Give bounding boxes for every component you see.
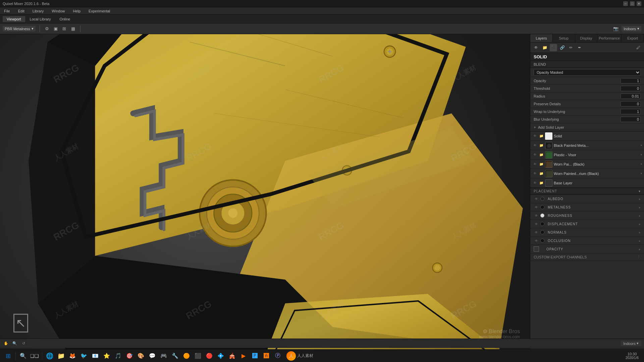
custom-export-add-icon[interactable]: ⋮ xyxy=(637,255,641,259)
channel-eye-albedo[interactable]: 👁 xyxy=(534,196,539,201)
taskbar-app-18[interactable]: ▶ xyxy=(238,351,249,361)
channel-roughness[interactable]: 👁 ROUGHNESS ▸ xyxy=(530,212,644,220)
tab-layers[interactable]: Layers xyxy=(530,34,553,42)
taskbar-taskview-icon[interactable]: ❑❑ xyxy=(29,351,40,361)
view-grid2-icon[interactable]: ▣ xyxy=(53,26,59,32)
taskbar-app-1[interactable]: 🌐 xyxy=(44,351,55,361)
opacity-masked-row[interactable]: Opacity Masked Normal Multiply xyxy=(530,68,644,77)
layer-visibility-worn-painted[interactable]: 👁 xyxy=(532,171,538,176)
preserve-details-input[interactable] xyxy=(621,101,641,107)
view-grid4-icon[interactable]: ▦ xyxy=(70,26,76,32)
tab-local-library[interactable]: Local Library xyxy=(26,16,55,22)
layer-paint-icon[interactable]: ✏ xyxy=(567,44,575,51)
opacity-input[interactable] xyxy=(621,78,641,83)
menu-help[interactable]: Help xyxy=(71,8,82,14)
taskbar-logo-circle[interactable]: 人 xyxy=(286,351,296,361)
channel-eye-occlusion[interactable]: 👁 xyxy=(534,238,539,243)
wrap-underlying-input[interactable] xyxy=(621,109,641,114)
layer-expand-black-painted[interactable]: ▾ xyxy=(641,144,642,147)
layer-visibility-base[interactable]: 👁 xyxy=(532,180,538,186)
tab-display[interactable]: Display xyxy=(575,34,598,42)
threshold-input[interactable] xyxy=(621,86,641,91)
layer-folder-icon[interactable]: 📁 xyxy=(541,44,548,51)
taskbar-app-17[interactable]: 🎪 xyxy=(227,351,237,361)
layer-folder-black-painted[interactable]: 📁 xyxy=(539,143,544,148)
viewport[interactable]: RRCG 人人素材 RRCG 人人素材 人人素材 RRCG 人人素材 RRCG … xyxy=(0,34,530,349)
channel-eye-metalness[interactable]: 👁 xyxy=(534,204,539,210)
menu-edit[interactable]: Edit xyxy=(17,8,26,14)
channel-displacement[interactable]: 👁 DISPLACEMENT ▸ xyxy=(530,220,644,228)
layer-folder-worn-painted[interactable]: 📁 xyxy=(539,171,544,176)
menu-library[interactable]: Library xyxy=(31,8,45,14)
layer-expand-worn-pai[interactable]: ▾ xyxy=(641,163,642,166)
vb-rotate-icon[interactable]: ↺ xyxy=(20,340,27,347)
taskbar-app-15[interactable]: 🔴 xyxy=(204,351,215,361)
taskbar-app-12[interactable]: 🔧 xyxy=(170,351,180,361)
vb-zoom-icon[interactable]: 🔍 xyxy=(11,340,18,347)
menu-file[interactable]: File xyxy=(3,8,11,14)
layer-pencil-icon[interactable]: ✒ xyxy=(576,44,583,51)
placement-section[interactable]: PLACEMENT ▾ xyxy=(530,188,644,195)
taskbar-app-6[interactable]: ⭐ xyxy=(101,351,112,361)
view-grid3-icon[interactable]: ⊞ xyxy=(61,26,67,32)
lighting-dropdown[interactable]: Indoors ▾ xyxy=(622,26,641,32)
layer-item-black-painted[interactable]: 👁 📁 Black Painted Meta... ▾ xyxy=(530,141,644,150)
opacity-masked-select[interactable]: Opacity Masked Normal Multiply xyxy=(534,69,641,76)
layer-item-solid[interactable]: 👁 📁 Solid xyxy=(530,131,644,141)
layer-item-worn-pai[interactable]: 👁 📁 Worn Pai... (Black) ▾ xyxy=(530,160,644,169)
layer-folder-base[interactable]: 📁 xyxy=(539,181,544,185)
blend-section[interactable]: BLEND xyxy=(530,61,644,68)
layer-eye-icon[interactable]: 👁 xyxy=(532,44,540,51)
taskbar-app-20[interactable]: 🅰 xyxy=(261,351,272,361)
tab-performance[interactable]: Performance xyxy=(597,34,622,42)
minimize-button[interactable]: ─ xyxy=(623,1,628,6)
close-button[interactable]: ✕ xyxy=(637,1,641,6)
taskbar-app-19[interactable]: 🅿 xyxy=(250,351,260,361)
layer-visibility-plastic-visor[interactable]: 👁 xyxy=(532,152,538,158)
add-solid-layer-button[interactable]: ＋ Add Solid Layer xyxy=(530,123,644,131)
pbr-mode-dropdown[interactable]: PBR Metalness ▾ xyxy=(3,26,36,32)
layer-item-worn-painted[interactable]: 👁 📁 Worn Painted...rium (Black) ▾ xyxy=(530,169,644,178)
custom-export-row[interactable]: CUSTOM EXPORT CHANNELS ⋮ xyxy=(530,253,644,261)
taskbar-app-10[interactable]: 💬 xyxy=(147,351,158,361)
channel-eye-normals[interactable]: 👁 xyxy=(534,230,539,235)
vb-lighting-dropdown[interactable]: Indoors ▾ xyxy=(621,341,641,346)
taskbar-app-2[interactable]: 📁 xyxy=(56,351,66,361)
blur-underlying-input[interactable] xyxy=(621,117,641,122)
channel-opacity[interactable]: OPACITY ▸ xyxy=(530,245,644,253)
channel-occlusion[interactable]: 👁 OCCLUSION ▸ xyxy=(530,237,644,245)
tab-online[interactable]: Online xyxy=(56,16,74,22)
taskbar-app-14[interactable]: ⬛ xyxy=(193,351,203,361)
layer-item-plastic-visor[interactable]: 👁 📁 Plastic - Visor ▾ xyxy=(530,150,644,160)
taskbar-app-8[interactable]: 🎯 xyxy=(124,351,135,361)
vb-pan-icon[interactable]: ✋ xyxy=(3,340,9,347)
layer-pen-icon[interactable]: 🖊 xyxy=(635,44,642,51)
channel-normals[interactable]: 👁 NORMALS ▸ xyxy=(530,228,644,237)
layer-expand-plastic-visor[interactable]: ▾ xyxy=(641,153,642,156)
taskbar-app-11[interactable]: 🎮 xyxy=(158,351,169,361)
layer-item-base[interactable]: 👁 📁 Base Layer xyxy=(530,178,644,188)
tab-export[interactable]: Export xyxy=(622,34,644,42)
layer-visibility-solid[interactable]: 👁 xyxy=(532,133,538,139)
taskbar-app-7[interactable]: 🎵 xyxy=(113,351,123,361)
layer-folder-solid[interactable]: 📁 xyxy=(539,134,544,138)
taskbar-app-4[interactable]: 🐦 xyxy=(78,351,89,361)
taskbar-app-21[interactable]: Ⓟ xyxy=(272,351,283,361)
channel-metalness[interactable]: 👁 METALNESS ▸ xyxy=(530,203,644,212)
layer-folder-plastic-visor[interactable]: 📁 xyxy=(539,153,544,157)
camera-icon[interactable]: 📷 xyxy=(613,26,619,32)
maximize-button[interactable]: □ xyxy=(630,1,635,6)
tab-viewport[interactable]: Viewport xyxy=(3,16,25,22)
menu-window[interactable]: Window xyxy=(50,8,66,14)
taskbar-start-icon[interactable]: ⊞ xyxy=(3,351,13,361)
channel-eye-displacement[interactable]: 👁 xyxy=(534,221,539,227)
layer-expand-worn-painted[interactable]: ▾ xyxy=(641,172,642,175)
layer-square-icon[interactable]: ⬛ xyxy=(550,44,557,51)
channel-albedo[interactable]: 👁 ALBEDO ▸ xyxy=(530,195,644,203)
radius-input[interactable] xyxy=(621,94,641,99)
tab-setup[interactable]: Setup xyxy=(553,34,575,42)
taskbar-app-3[interactable]: 🦊 xyxy=(67,351,78,361)
menu-experimental[interactable]: Experimental xyxy=(87,8,111,14)
settings-icon[interactable]: ⚙ xyxy=(44,26,50,32)
channel-eye-roughness[interactable]: 👁 xyxy=(534,213,539,218)
